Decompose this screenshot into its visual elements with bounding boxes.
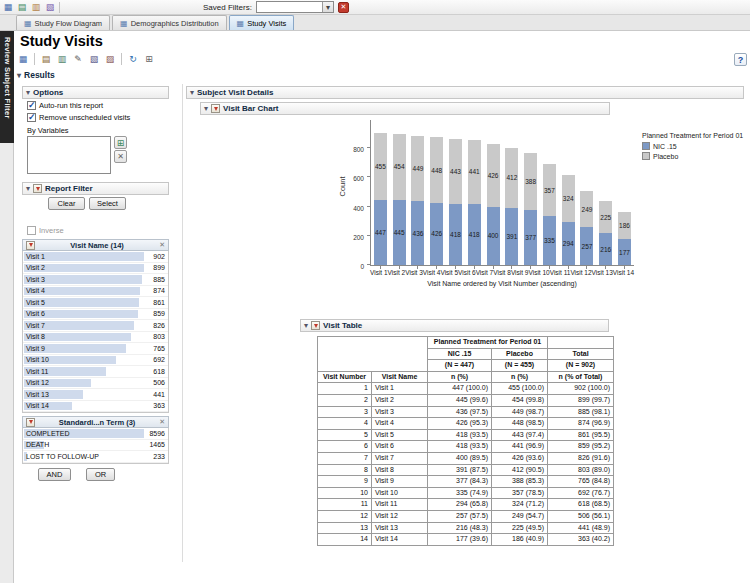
bar-visit-4[interactable]: 448426 xyxy=(427,120,446,265)
filter-item[interactable]: Visit 2899 xyxy=(23,263,168,275)
nic-segment[interactable]: 294 xyxy=(562,222,575,265)
placebo-segment[interactable]: 443 xyxy=(449,139,462,204)
bar-visit-13[interactable]: 225216 xyxy=(596,120,615,265)
annotate-icon[interactable]: ▨ xyxy=(103,52,117,66)
visit-table-row[interactable]: 11Visit 11294 (65.8)324 (71.2)618 (68.5) xyxy=(318,499,614,511)
remove-unscheduled-checkbox[interactable]: Remove unscheduled visits xyxy=(27,113,130,122)
visit-table-row[interactable]: 12Visit 12257 (57.5)249 (54.7)506 (56.1) xyxy=(318,510,614,522)
options-outline-header[interactable]: Options xyxy=(22,86,169,99)
refresh-icon[interactable]: ↻ xyxy=(126,52,140,66)
data-table-icon[interactable]: ▥ xyxy=(55,52,69,66)
placebo-segment[interactable]: 249 xyxy=(580,191,593,227)
nic-segment[interactable]: 216 xyxy=(599,233,612,265)
review-subject-filter-tab[interactable]: Review Subject Filter xyxy=(0,31,14,143)
bar-visit-6[interactable]: 441418 xyxy=(465,120,484,265)
filter-item[interactable]: LOST TO FOLLOW-UP233 xyxy=(23,451,168,463)
nic-segment[interactable]: 257 xyxy=(580,227,593,265)
collapse-icon[interactable] xyxy=(26,184,30,193)
filter-item[interactable]: Visit 3885 xyxy=(23,274,168,286)
collapse-icon[interactable] xyxy=(190,88,194,97)
placebo-segment[interactable]: 455 xyxy=(374,133,387,199)
bar-visit-7[interactable]: 426400 xyxy=(484,120,503,265)
filter-item[interactable]: Visit 1902 xyxy=(23,251,168,263)
filter-item[interactable]: Visit 14363 xyxy=(23,401,168,413)
nic-segment[interactable]: 436 xyxy=(411,201,424,265)
visit-table-row[interactable]: 5Visit 5418 (93.5)443 (97.4)861 (95.5) xyxy=(318,429,614,441)
red-triangle-menu-icon[interactable] xyxy=(33,184,42,193)
red-triangle-menu-icon[interactable] xyxy=(211,104,220,113)
report-filter-outline-header[interactable]: Report Filter xyxy=(22,182,169,195)
new-report-icon[interactable]: ▤ xyxy=(16,1,28,13)
visit-table-row[interactable]: 2Visit 2445 (99.6)454 (99.8)899 (99.7) xyxy=(318,394,614,406)
filter-item[interactable]: Visit 10692 xyxy=(23,355,168,367)
collapse-icon[interactable] xyxy=(204,104,208,113)
bar-visit-5[interactable]: 443418 xyxy=(446,120,465,265)
red-triangle-menu-icon[interactable] xyxy=(311,321,320,330)
auto-run-checkbox[interactable]: Auto-run this report xyxy=(27,101,103,110)
nic-segment[interactable]: 391 xyxy=(505,208,518,265)
inverse-checkbox[interactable]: Inverse xyxy=(27,226,64,235)
journal-icon[interactable]: ▤ xyxy=(39,52,53,66)
nic-segment[interactable]: 400 xyxy=(487,207,500,265)
filter-item[interactable]: Visit 4874 xyxy=(23,286,168,298)
visit-table-row[interactable]: 8Visit 8391 (87.5)412 (90.5)803 (89.0) xyxy=(318,464,614,476)
bar-visit-3[interactable]: 449436 xyxy=(409,120,428,265)
close-icon[interactable] xyxy=(159,241,165,249)
nic-segment[interactable]: 447 xyxy=(374,200,387,265)
app-icon[interactable]: ▦ xyxy=(2,1,14,13)
tab-study-flow-diagram[interactable]: Study Flow Diagram xyxy=(16,15,110,30)
nic-segment[interactable]: 426 xyxy=(430,203,443,265)
visit-table-row[interactable]: 14Visit 14177 (39.6)186 (40.9)363 (40.2) xyxy=(318,534,614,546)
filter-item[interactable]: COMPLETED8596 xyxy=(23,428,168,440)
visit-table-header[interactable]: Visit Table xyxy=(300,319,609,332)
placebo-segment[interactable]: 225 xyxy=(599,201,612,234)
filter-item[interactable]: Visit 12506 xyxy=(23,378,168,390)
legend-entry-placebo[interactable]: Placebo xyxy=(642,152,748,160)
nic-segment[interactable]: 177 xyxy=(618,239,631,265)
filter-item[interactable]: Visit 7826 xyxy=(23,320,168,332)
delete-filter-icon[interactable] xyxy=(338,2,349,13)
nic-segment[interactable]: 335 xyxy=(543,216,556,265)
by-variables-listbox[interactable] xyxy=(27,136,111,174)
placebo-segment[interactable]: 441 xyxy=(468,140,481,204)
script-icon[interactable]: ✎ xyxy=(71,52,85,66)
filter-item[interactable]: Visit 13441 xyxy=(23,389,168,401)
collapse-icon[interactable] xyxy=(26,88,30,97)
new-window-icon[interactable]: ▦ xyxy=(16,52,30,66)
filter-item[interactable]: Visit 8803 xyxy=(23,332,168,344)
visit-table-row[interactable]: 7Visit 7400 (89.5)426 (93.6)826 (91.6) xyxy=(318,452,614,464)
and-button[interactable]: AND xyxy=(38,468,71,481)
visit-table-row[interactable]: 3Visit 3436 (97.5)449 (98.7)885 (98.1) xyxy=(318,406,614,418)
red-triangle-menu-icon[interactable] xyxy=(26,241,35,250)
placebo-segment[interactable]: 412 xyxy=(505,148,518,208)
visit-table-row[interactable]: 10Visit 10335 (74.9)357 (78.5)692 (76.7) xyxy=(318,487,614,499)
bar-visit-8[interactable]: 412391 xyxy=(502,120,521,265)
open-report-icon[interactable]: ▥ xyxy=(30,1,42,13)
nic-segment[interactable]: 418 xyxy=(449,204,462,265)
disposition-term-filter-header[interactable]: Standardi...n Term (3) xyxy=(22,416,169,428)
bar-visit-10[interactable]: 357335 xyxy=(540,120,559,265)
red-triangle-menu-icon[interactable] xyxy=(26,418,35,427)
visit-table-row[interactable]: 6Visit 6418 (93.5)441 (96.9)859 (95.2) xyxy=(318,441,614,453)
visit-table-row[interactable]: 9Visit 9377 (84.3)388 (85.3)765 (84.8) xyxy=(318,476,614,488)
placebo-segment[interactable]: 324 xyxy=(562,175,575,222)
filter-item[interactable]: DEATH1465 xyxy=(23,440,168,452)
filter-item[interactable]: Visit 5861 xyxy=(23,297,168,309)
remove-variable-icon[interactable] xyxy=(114,150,127,163)
filter-item[interactable]: Visit 6859 xyxy=(23,309,168,321)
visit-name-filter-header[interactable]: Visit Name (14) xyxy=(22,239,169,251)
placebo-segment[interactable]: 388 xyxy=(524,153,537,210)
or-button[interactable]: OR xyxy=(86,468,115,481)
placebo-segment[interactable]: 454 xyxy=(393,134,406,200)
add-variable-icon[interactable] xyxy=(114,136,127,149)
filter-item[interactable]: Visit 11618 xyxy=(23,366,168,378)
select-button[interactable]: Select xyxy=(89,197,126,210)
collapse-icon[interactable] xyxy=(304,321,308,330)
bar-visit-14[interactable]: 186177 xyxy=(615,120,634,265)
filter-item[interactable]: Visit 9765 xyxy=(23,343,168,355)
layout-icon[interactable]: ▧ xyxy=(87,52,101,66)
tab-study-visits[interactable]: Study Visits xyxy=(229,15,295,30)
clear-button[interactable]: Clear xyxy=(48,197,85,210)
placebo-segment[interactable]: 426 xyxy=(487,144,500,206)
placebo-segment[interactable]: 449 xyxy=(411,136,424,202)
